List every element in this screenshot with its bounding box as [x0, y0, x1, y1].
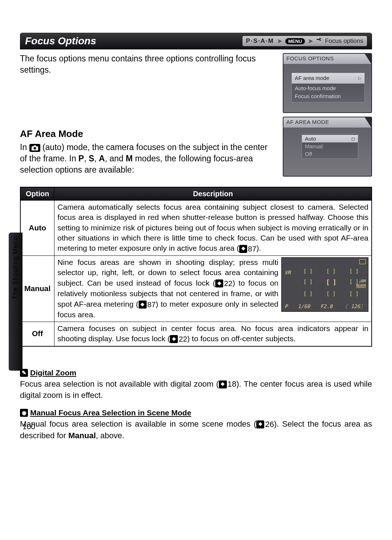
exposure-status: P 1/60 F2.8 〔 126〕	[285, 303, 365, 310]
option-description: Camera automatically selects focus area …	[54, 201, 372, 256]
multi-selector-icon: ◻	[351, 136, 355, 141]
page-ref-icon: ❖	[170, 335, 178, 343]
option-label: Auto	[21, 201, 54, 256]
column-header-option: Option	[21, 188, 54, 201]
menu-item: Manual	[302, 142, 358, 150]
page-ref-icon: ❖	[139, 301, 147, 309]
svg-rect-2	[319, 40, 321, 40]
section-body: In (auto) mode, the camera focuses on th…	[20, 142, 275, 176]
note-heading-manual-scene: ◉ Manual Focus Area Selection in Scene M…	[20, 408, 191, 417]
page-ref-icon: ❖	[239, 245, 247, 253]
arrow-icon: ➤	[308, 37, 313, 45]
panel-menu: AF area mode▷ Auto-focus mode Focus conf…	[291, 73, 365, 102]
svg-point-5	[33, 147, 36, 150]
column-header-description: Description	[54, 188, 372, 201]
shooting-display-thumbnail: VR [ ][ ][ ] [ ][ ][ ] [ ][ ][ ] ┌8M NOR…	[281, 257, 368, 312]
table-row: Auto Camera automatically selects focus …	[21, 201, 372, 256]
menu-item-selected: AF area mode▷	[292, 73, 364, 84]
menu-button-icon: MENU	[285, 38, 305, 44]
section-heading: AF Area Mode	[20, 128, 275, 140]
menu-item: Off	[302, 150, 358, 158]
option-label: Off	[21, 322, 54, 346]
intro-text: The focus options menu contains three op…	[20, 53, 275, 76]
menu-item: Focus confirmation	[295, 92, 362, 101]
table-row: Manual VR [ ][ ][ ] [ ][ ][ ] [ ][ ][ ]	[21, 256, 372, 322]
panel-menu: Auto ◻ Manual Off	[302, 134, 358, 159]
panel-header: AF AREA MODE	[283, 117, 371, 128]
svg-rect-4	[34, 145, 36, 147]
mode-dial-label: P·S·A·M	[246, 37, 274, 45]
title-bar: Focus Options P·S·A·M ➤ MENU ➤ Focus opt…	[20, 33, 372, 49]
quality-indicator: ┌8M NORM	[356, 279, 366, 288]
panel-header: FOCUS OPTIONS	[283, 54, 371, 64]
af-area-mode-panel: AF AREA MODE Auto ◻ Manual Off	[283, 117, 372, 177]
option-description: Camera focuses on subject in center focu…	[54, 322, 372, 346]
svg-rect-0	[317, 39, 320, 40]
page-ref-icon: ❖	[219, 380, 227, 388]
chevron-right-icon: ▷	[358, 75, 362, 81]
menu-item-selected: Auto ◻	[302, 135, 358, 142]
camera-icon	[29, 144, 40, 152]
arrow-icon: ➤	[277, 37, 282, 45]
note-heading-digital-zoom: ✎ Digital Zoom	[20, 368, 76, 377]
page-ref-icon: ❖	[215, 279, 223, 287]
wrench-icon	[316, 37, 322, 45]
focus-options-panel: FOCUS OPTIONS AF area mode▷ Auto-focus m…	[283, 53, 372, 113]
page-number: 100	[23, 422, 35, 431]
option-label: Manual	[21, 256, 54, 322]
af-area-mode-table: Option Description Auto Camera automatic…	[20, 187, 372, 347]
note-body: Focus area selection is not available wi…	[20, 379, 372, 401]
svg-rect-1	[319, 38, 321, 39]
breadcrumb-leaf: Focus options	[325, 37, 363, 45]
info-icon: ◉	[20, 409, 28, 417]
option-description: VR [ ][ ][ ] [ ][ ][ ] [ ][ ][ ] ┌8M NOR…	[54, 256, 372, 322]
page-ref-icon: ❖	[256, 420, 264, 428]
table-row: Off Camera focuses on subject in center …	[21, 322, 372, 346]
note-body: Manual focus area selection is available…	[20, 419, 372, 441]
section-tab-label: The Shooting Menu	[12, 236, 19, 299]
page-title: Focus Options	[25, 35, 96, 47]
vr-indicator: VR	[285, 269, 291, 276]
display-mode-icon	[359, 259, 366, 264]
focus-area-grid: [ ][ ][ ] [ ][ ][ ] [ ][ ][ ]	[302, 268, 360, 294]
menu-item: Auto-focus mode	[295, 84, 362, 93]
breadcrumb: P·S·A·M ➤ MENU ➤ Focus options	[242, 36, 367, 46]
